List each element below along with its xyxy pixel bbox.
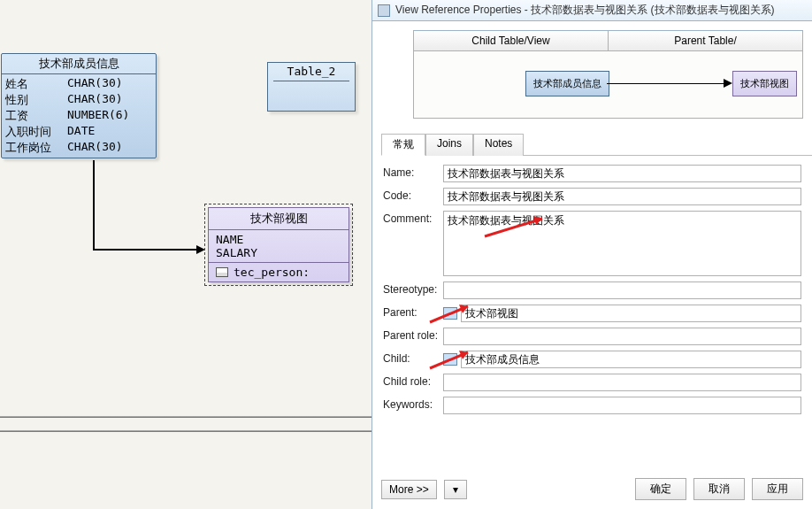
view-source: tec_person: (209, 263, 349, 281)
entity-view[interactable]: 技术部视图 NAME SALARY tec_person: (208, 207, 349, 282)
canvas-divider (0, 430, 372, 432)
mini-child-box: 技术部成员信息 (525, 71, 609, 96)
table-icon (443, 353, 457, 366)
window-title: View Reference Properties - 技术部数据表与视图关系 … (395, 3, 775, 18)
stereotype-label: Stereotype: (383, 281, 443, 296)
canvas-divider (0, 416, 372, 418)
button-bar: More >> ▾ 确定 取消 应用 (372, 473, 812, 505)
ok-button[interactable]: 确定 (635, 478, 686, 500)
table2-label: Table_2 (273, 65, 349, 78)
diagram-canvas[interactable]: 技术部成员信息 姓名CHAR(30) 性别CHAR(30) 工资NUMBER(6… (0, 0, 372, 509)
cancel-button[interactable]: 取消 (693, 478, 745, 500)
table-icon (216, 267, 228, 277)
parent-label: Parent: (383, 305, 443, 319)
connector-arrowhead-icon (196, 245, 205, 254)
menu-icon: ▾ (453, 483, 458, 496)
child-parent-diagram: 技术部成员信息 技术部视图 (413, 51, 803, 119)
tool-dropdown[interactable]: ▾ (444, 480, 467, 499)
name-input[interactable] (443, 165, 801, 182)
child-role-input[interactable] (443, 374, 801, 391)
entity-table-2[interactable]: Table_2 (267, 62, 356, 112)
child-label: Child: (383, 351, 443, 365)
connector-vertical (93, 160, 95, 249)
name-label: Name: (383, 165, 443, 179)
view-icon (443, 307, 457, 320)
entity-title: 技术部成员信息 (2, 54, 156, 74)
properties-form: Name: Code: Comment: Stereotype: Parent: (372, 156, 812, 414)
entity-table-members[interactable]: 技术部成员信息 姓名CHAR(30) 性别CHAR(30) 工资NUMBER(6… (1, 53, 157, 158)
more-button[interactable]: More >> (381, 480, 437, 499)
properties-window: View Reference Properties - 技术部数据表与视图关系 … (372, 0, 812, 509)
view-columns: NAME SALARY (209, 230, 349, 263)
mini-connector (607, 83, 731, 84)
connector-horizontal (93, 249, 201, 251)
tab-bar: 常规 Joins Notes (381, 133, 812, 156)
reference-icon (378, 4, 390, 17)
keywords-input[interactable] (443, 397, 801, 414)
parent-role-input[interactable] (443, 328, 801, 345)
code-label: Code: (383, 188, 443, 202)
child-parent-header: Child Table/View Parent Table/ (413, 30, 803, 51)
apply-button[interactable]: 应用 (752, 478, 803, 500)
mini-arrowhead-icon (724, 79, 732, 88)
tab-notes[interactable]: Notes (473, 134, 524, 156)
stereotype-input[interactable] (443, 281, 801, 299)
entity-columns: 姓名CHAR(30) 性别CHAR(30) 工资NUMBER(6) 入职时间DA… (2, 74, 156, 158)
window-titlebar[interactable]: View Reference Properties - 技术部数据表与视图关系 … (372, 0, 812, 21)
parent-role-label: Parent role: (383, 328, 443, 342)
keywords-label: Keywords: (383, 397, 443, 411)
tab-general[interactable]: 常规 (381, 134, 425, 156)
parent-input[interactable] (461, 305, 801, 322)
mini-parent-box: 技术部视图 (732, 71, 797, 96)
child-header: Child Table/View (414, 31, 609, 50)
view-title: 技术部视图 (209, 208, 349, 230)
comment-label: Comment: (383, 211, 443, 225)
parent-header: Parent Table/ (609, 31, 802, 50)
child-role-label: Child role: (383, 374, 443, 388)
child-input[interactable] (461, 351, 801, 368)
code-input[interactable] (443, 188, 801, 205)
tab-joins[interactable]: Joins (425, 134, 473, 156)
comment-input[interactable] (443, 211, 801, 276)
